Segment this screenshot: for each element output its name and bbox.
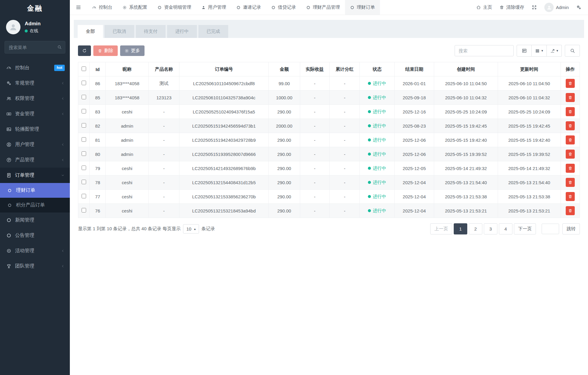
settings-button[interactable] [576,5,581,10]
sidebar-item-auth[interactable]: 权限管理 [0,91,70,106]
sidebar-item-products[interactable]: 产品管理 [0,152,70,168]
trash-icon [568,180,572,184]
fullscreen-button[interactable] [532,5,537,10]
row-checkbox[interactable] [82,208,86,212]
cell-actual-income: - [300,190,329,204]
delete-button[interactable]: 删除 [93,45,118,56]
row-checkbox[interactable] [82,180,86,184]
sidebar-item-team[interactable]: 团队管理 [0,259,70,274]
row-delete-button[interactable] [566,192,575,201]
page-button-4[interactable]: 4 [499,223,512,234]
row-checkbox[interactable] [82,123,86,128]
cell-nickname: ceshi [106,161,149,175]
next-page-button[interactable]: 下一页 [514,223,536,234]
cell-order-no: LC202505151942456594d73b1 [179,119,269,133]
page-button-3[interactable]: 3 [484,223,497,234]
sidebar-item-orders[interactable]: 订单管理 [0,168,70,183]
topbar-tab-product-mgmt[interactable]: 理财产品管理 [301,0,345,15]
filter-tab-0[interactable]: 全部 [78,25,103,38]
hamburger-menu-icon[interactable] [70,0,87,15]
filter-tab-3[interactable]: 进行中 [167,25,197,38]
select-all-checkbox[interactable] [82,67,86,71]
table-search-input[interactable] [455,45,514,56]
cell-updated-at: 2025-05-13 21:53:38 [498,190,561,204]
sidebar-item-points-orders[interactable]: 积分产品订单 [0,198,70,212]
menu-search-input[interactable] [5,41,65,54]
sidebar-item-banner[interactable]: 轮播图管理 [0,122,70,137]
cell-updated-at: 2025-05-14 21:49:32 [498,161,561,175]
columns-button[interactable]: ▾ [532,45,547,57]
sidebar-item-console[interactable]: 控制台hot [0,60,70,76]
cell-created-at: 2025-05-15 19:42:40 [434,133,498,147]
row-checkbox[interactable] [82,137,86,142]
sidebar-item-funds[interactable]: 资金管理 [0,106,70,122]
cell-product: - [148,133,179,147]
pagination: 上一页1234下一页跳转 [430,223,580,234]
cell-product: 测试 [148,76,179,91]
row-delete-button[interactable] [566,107,575,116]
page-jump-button[interactable]: 跳转 [562,223,580,234]
row-checkbox[interactable] [82,151,86,156]
page-button-2[interactable]: 2 [469,223,482,234]
home-link[interactable]: 主页 [476,5,492,10]
row-checkbox[interactable] [82,81,86,85]
cell-amount: 290.00 [269,133,300,147]
filter-tab-1[interactable]: 已取消 [104,25,134,38]
topbar-tab-system-config[interactable]: 系统配置 [117,0,152,15]
user-menu[interactable]: Admin [544,3,569,12]
sidebar-item-users[interactable]: 用户管理 [0,137,70,152]
row-delete-button[interactable] [566,164,575,173]
filter-tab-2[interactable]: 待支付 [136,25,166,38]
refresh-button[interactable] [78,45,91,56]
topbar-tab-invite-log[interactable]: 邀请记录 [231,0,266,15]
export-button[interactable]: ▾ [547,45,562,57]
topbar-tab-fund-detail[interactable]: 资金明细管理 [152,0,196,15]
sidebar-item-notice[interactable]: 公告管理 [0,228,70,243]
page-jump-input[interactable] [542,224,559,234]
user-icon [201,5,206,10]
row-checkbox[interactable] [82,95,86,99]
page-size-select[interactable]: 10 ▴ [183,224,199,234]
cell-product: - [148,105,179,119]
row-checkbox[interactable] [82,166,86,170]
page-button-1[interactable]: 1 [454,223,467,234]
prev-page-button[interactable]: 上一页 [430,223,452,234]
row-checkbox[interactable] [82,109,86,113]
topbar-tab-user-mgmt[interactable]: 用户管理 [196,0,231,15]
refresh-icon [82,48,87,53]
cell-end-date: 2025-12-16 [394,105,434,119]
row-delete-button[interactable] [566,135,575,144]
row-delete-button[interactable] [566,121,575,130]
detail-view-button[interactable] [517,45,532,57]
row-delete-button[interactable] [566,178,575,187]
sidebar-item-activity[interactable]: 活动管理 [0,243,70,259]
cell-amount: 290.00 [269,204,300,218]
row-checkbox[interactable] [82,194,86,198]
trash-icon [568,124,572,128]
product-icon [5,157,12,163]
cell-nickname: admin [106,147,149,161]
toolbar-right: ▾ ▾ [455,45,580,57]
clear-cache-link[interactable]: 清除缓存 [499,5,524,10]
row-delete-button[interactable] [566,79,575,88]
filter-tab-4[interactable]: 已完成 [198,25,228,38]
chevron-left-icon [61,112,65,116]
cell-actual-income: - [300,119,329,133]
topbar-tab-licai-orders[interactable]: 理财订单 [345,0,380,15]
row-delete-button[interactable] [566,206,575,215]
search-button[interactable] [565,45,580,57]
cell-order-no: LC202506101104509672cbdf8 [179,76,269,91]
sidebar-item-general[interactable]: 常规管理 [0,76,70,91]
sidebar-item-news[interactable]: 新闻管理 [0,212,70,228]
table-row: 85183****4058123123LC202506101104325738a… [78,91,580,105]
dot-circle-icon [5,248,12,253]
row-delete-button[interactable] [566,93,575,102]
sidebar-item-licai-orders[interactable]: 理财订单 [0,183,70,198]
cell-actual-income: - [300,161,329,175]
table-toolbar: 删除 更多 ▾ ▾ [78,45,580,57]
topbar-tab-loan-log[interactable]: 借贷记录 [266,0,301,15]
dashboard-icon [5,65,12,70]
more-button[interactable]: 更多 [120,45,145,56]
topbar-tab-console[interactable]: 控制台 [87,0,117,15]
row-delete-button[interactable] [566,150,575,159]
